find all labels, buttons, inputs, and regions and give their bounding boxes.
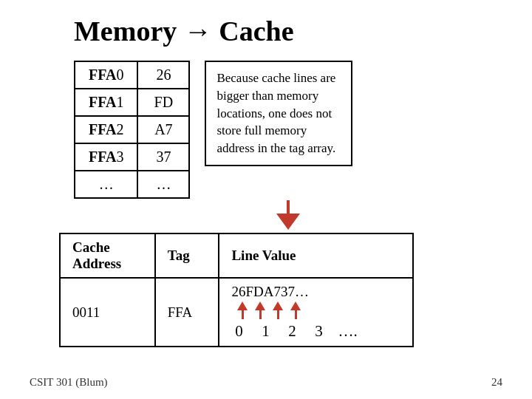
addr-cell: FFA0 bbox=[75, 61, 137, 89]
value-cell: 37 bbox=[137, 143, 189, 171]
table-row: FFA3 37 bbox=[75, 143, 189, 171]
content-area: FFA0 26 FFA1 FD FFA2 A7 FFA3 37 … … bbox=[74, 61, 502, 199]
col-header-tag: Tag bbox=[155, 233, 219, 278]
arrow-head bbox=[276, 214, 300, 230]
table-row: FFA1 FD bbox=[75, 89, 189, 116]
title-text-after: Cache bbox=[212, 16, 294, 47]
slide-title: Memory → Cache bbox=[74, 15, 502, 47]
arrowhead-0 bbox=[237, 301, 248, 310]
cache-line-value-cell: 26FDA737… bbox=[219, 278, 413, 347]
table-row: … … bbox=[75, 171, 189, 198]
arrow-0 bbox=[237, 301, 248, 319]
cache-address-cell: 0011 bbox=[60, 278, 155, 347]
cache-tag-cell: FFA bbox=[155, 278, 219, 347]
addr-cell: FFA3 bbox=[75, 143, 137, 171]
arrow-2 bbox=[273, 301, 283, 319]
arrowhead-1 bbox=[255, 301, 265, 310]
description-text: Because cache lines are bigger than memo… bbox=[216, 71, 335, 155]
num-ellipsis: …. bbox=[338, 322, 357, 341]
arrowshaft-3 bbox=[295, 310, 297, 319]
cache-table-row: 0011 FFA 26FDA737… bbox=[60, 278, 413, 347]
title-text-before: Memory bbox=[74, 16, 184, 47]
arrow-1 bbox=[255, 301, 265, 319]
arrowshaft-1 bbox=[259, 310, 262, 319]
footer-left: CSIT 301 (Blum) bbox=[30, 376, 108, 389]
value-cell: 26 bbox=[137, 61, 189, 89]
addr-cell-ellipsis: … bbox=[75, 171, 137, 198]
line-value-text: 26FDA737… bbox=[231, 284, 309, 300]
footer-right: 24 bbox=[491, 376, 502, 389]
down-arrow-container bbox=[74, 200, 502, 230]
cache-section: CacheAddress Tag Line Value 0011 FFA 26F… bbox=[59, 233, 502, 347]
num-3: 3 bbox=[311, 322, 326, 341]
num-2: 2 bbox=[284, 322, 299, 341]
table-row: FFA0 26 bbox=[75, 61, 189, 89]
addr-cell: FFA1 bbox=[75, 89, 137, 116]
footer: CSIT 301 (Blum) 24 bbox=[30, 376, 502, 389]
arrowshaft-0 bbox=[242, 310, 244, 319]
line-value-inner: 26FDA737… bbox=[231, 284, 400, 341]
num-0: 0 bbox=[231, 322, 246, 341]
arrows-row bbox=[237, 301, 301, 319]
arrowshaft-2 bbox=[277, 310, 279, 319]
num-1: 1 bbox=[258, 322, 273, 341]
table-row: FFA2 A7 bbox=[75, 116, 189, 143]
slide: Memory → Cache FFA0 26 FFA1 FD FFA2 A7 F bbox=[0, 0, 532, 399]
arrowhead-3 bbox=[290, 301, 301, 310]
value-cell: FD bbox=[137, 89, 189, 116]
col-header-cache-address: CacheAddress bbox=[60, 233, 155, 278]
value-cell-ellipsis: … bbox=[137, 171, 189, 198]
table-header-row: CacheAddress Tag Line Value bbox=[60, 233, 413, 278]
col-header-line-value: Line Value bbox=[219, 233, 413, 278]
addr-cell: FFA2 bbox=[75, 116, 137, 143]
arrow-3 bbox=[290, 301, 301, 319]
description-box: Because cache lines are bigger than memo… bbox=[205, 61, 352, 166]
arrow-shaft bbox=[287, 200, 290, 214]
memory-table: FFA0 26 FFA1 FD FFA2 A7 FFA3 37 … … bbox=[74, 61, 190, 199]
numbers-row: 0 1 2 3 …. bbox=[231, 322, 357, 341]
title-arrow: → bbox=[184, 16, 212, 47]
down-arrow-symbol bbox=[276, 200, 300, 230]
arrowhead-2 bbox=[273, 301, 283, 310]
value-cell: A7 bbox=[137, 116, 189, 143]
cache-table: CacheAddress Tag Line Value 0011 FFA 26F… bbox=[59, 233, 414, 347]
